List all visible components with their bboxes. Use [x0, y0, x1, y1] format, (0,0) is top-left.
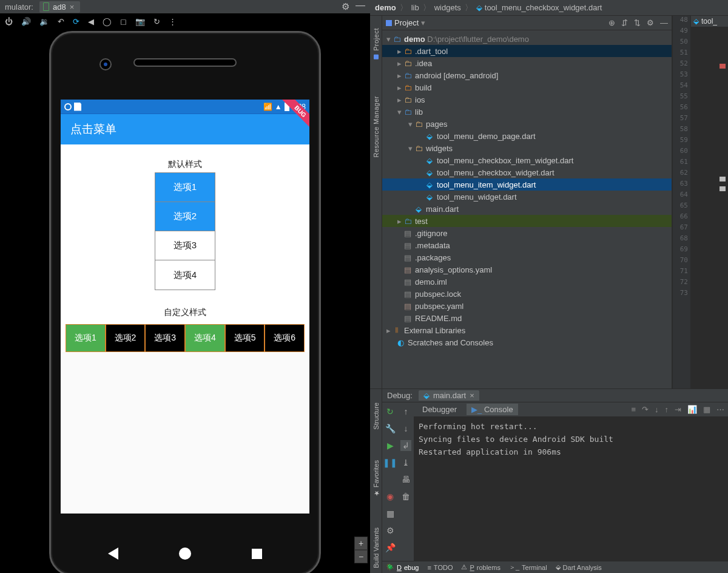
- down-arrow-icon[interactable]: ↓: [400, 423, 411, 434]
- tree-node[interactable]: ⬙tool_menu_item_widget.dart: [382, 178, 672, 191]
- more-icon[interactable]: ⋯: [716, 405, 724, 414]
- tree-node[interactable]: ⬙tool_menu_checkbox_item_widget.dart: [382, 154, 672, 166]
- vol-up-icon[interactable]: 🔊: [21, 17, 31, 26]
- tree-node[interactable]: ▤.metadata: [382, 239, 672, 251]
- camera-icon[interactable]: 📷: [135, 17, 145, 26]
- overview-button[interactable]: [252, 549, 262, 559]
- stop-button[interactable]: [385, 474, 396, 485]
- pause-button[interactable]: ❚❚: [385, 457, 396, 468]
- statusline-item[interactable]: ⚠ Problems: [461, 563, 500, 571]
- crumb-item[interactable]: lib: [411, 3, 419, 12]
- crumb-item[interactable]: demo: [375, 3, 396, 12]
- tree-node[interactable]: ▤analysis_options.yaml: [382, 263, 672, 276]
- tree-node[interactable]: ▤demo.iml: [382, 276, 672, 288]
- sidetab-build-variants[interactable]: Build Variants: [372, 527, 380, 568]
- statusline-item[interactable]: ⬙ Dart Analysis: [556, 563, 602, 571]
- back-step-icon[interactable]: ◀: [88, 17, 94, 26]
- menu-item[interactable]: 选项1: [66, 324, 106, 352]
- sidetab-favorites[interactable]: ★ Favorites: [372, 460, 380, 497]
- rotate-left-icon[interactable]: ↶: [58, 17, 64, 26]
- sidetab-resource[interactable]: Resource Manager: [372, 96, 380, 158]
- print-icon[interactable]: 🖶: [400, 474, 411, 485]
- sidetab-project[interactable]: Project: [372, 28, 380, 59]
- menu-item[interactable]: 选项1: [155, 173, 215, 202]
- pin-icon[interactable]: 📌: [385, 542, 396, 553]
- layout-icon[interactable]: ▦: [385, 508, 396, 519]
- tab-console[interactable]: ▶_ Console: [467, 404, 518, 415]
- rotate-right-icon[interactable]: ⟳: [73, 17, 79, 26]
- up-arrow-icon[interactable]: ↑: [400, 406, 411, 417]
- wrench-icon[interactable]: 🔧: [385, 423, 396, 434]
- emulator-device-tab[interactable]: ad8 ×: [39, 1, 80, 13]
- resume-button[interactable]: ▶: [385, 440, 396, 451]
- minimize-icon[interactable]: —: [356, 0, 365, 13]
- tree-node[interactable]: ▸🗀.dart_tool: [382, 45, 672, 57]
- wrap-icon[interactable]: ↲: [400, 440, 411, 451]
- editor-tab[interactable]: ⬙ tool_: [690, 16, 728, 27]
- menu-item[interactable]: 选项6: [265, 324, 305, 352]
- tree-node[interactable]: ▸🗀build: [382, 81, 672, 93]
- filter-icon[interactable]: ≡: [631, 405, 636, 414]
- close-icon[interactable]: ×: [70, 2, 75, 12]
- debug-run-tab[interactable]: ⬙ main.dart ×: [419, 390, 479, 401]
- zoom-in-button[interactable]: +: [354, 537, 368, 550]
- tree-node[interactable]: ▾🗀widgets: [382, 142, 672, 154]
- tree-node[interactable]: ▤pubspec.yaml: [382, 300, 672, 312]
- rerun-button[interactable]: ↻: [385, 406, 396, 417]
- circle-outline-icon[interactable]: ◯: [103, 17, 112, 26]
- tree-root[interactable]: ▾🗀demo D:\project\flutter_demo\demo: [382, 33, 672, 45]
- gear-icon[interactable]: ⚙: [342, 1, 349, 12]
- target-icon[interactable]: ⊕: [608, 18, 615, 27]
- power-icon[interactable]: ⏻: [5, 17, 13, 26]
- tree-node[interactable]: ▤pubspec.lock: [382, 288, 672, 300]
- tree-node[interactable]: ▸🗀android [demo_android]: [382, 69, 672, 81]
- zoom-out-button[interactable]: −: [354, 550, 368, 563]
- tree-node[interactable]: ⬙tool_menu_checkbox_widget.dart: [382, 166, 672, 178]
- external-libraries[interactable]: ▸⫴External Libraries: [382, 324, 672, 336]
- collapse-icon[interactable]: ⇵: [621, 18, 628, 27]
- clear-icon[interactable]: 🗑: [400, 491, 411, 502]
- run-to-icon[interactable]: ⇥: [675, 405, 681, 414]
- menu-item[interactable]: 选项3: [145, 324, 185, 352]
- hide-icon[interactable]: —: [660, 18, 668, 27]
- close-icon[interactable]: ×: [470, 391, 474, 400]
- tree-node[interactable]: ▸🗀.idea: [382, 57, 672, 69]
- step-into-icon[interactable]: ↓: [655, 405, 659, 414]
- breakpoints-icon[interactable]: ◉: [385, 491, 396, 502]
- more-icon[interactable]: ⋮: [169, 17, 177, 26]
- tree-node[interactable]: ▸🗀test: [382, 215, 672, 227]
- tree-node[interactable]: ⬙tool_menu_demo_page.dart: [382, 130, 672, 142]
- step-out-icon[interactable]: ↑: [665, 405, 669, 414]
- tree-node[interactable]: ⬙main.dart: [382, 203, 672, 215]
- sort-icon[interactable]: ⇅: [634, 18, 641, 27]
- square-outline-icon[interactable]: ◻: [120, 17, 127, 26]
- tree-node[interactable]: ⬙tool_menu_widget.dart: [382, 191, 672, 203]
- grid-icon[interactable]: ▦: [703, 405, 710, 414]
- tree-node[interactable]: ▤.packages: [382, 251, 672, 263]
- reload-icon[interactable]: ↻: [153, 17, 160, 26]
- sidetab-structure[interactable]: Structure: [372, 402, 380, 430]
- statusline-item[interactable]: ≡ TODO: [427, 564, 453, 571]
- statusline-item[interactable]: ＞_ Terminal: [509, 563, 547, 572]
- tab-debugger[interactable]: Debugger: [417, 404, 462, 415]
- project-tree[interactable]: ▾🗀demo D:\project\flutter_demo\demo▸🗀.da…: [382, 30, 672, 388]
- menu-item[interactable]: 选项2: [106, 324, 146, 352]
- menu-item[interactable]: 选项2: [155, 202, 215, 231]
- menu-item[interactable]: 选项3: [155, 231, 215, 260]
- menu-item[interactable]: 选项4: [185, 324, 225, 352]
- home-button[interactable]: [179, 548, 191, 560]
- scratches[interactable]: ◐Scratches and Consoles: [382, 336, 672, 348]
- statusline-item[interactable]: 🪲 Debug: [386, 563, 419, 571]
- vol-down-icon[interactable]: 🔉: [39, 17, 49, 26]
- tree-node[interactable]: ▾🗀lib: [382, 106, 672, 118]
- gear-icon[interactable]: ⚙: [385, 525, 396, 536]
- tree-node[interactable]: ▤README.md: [382, 312, 672, 324]
- menu-item[interactable]: 选项5: [225, 324, 265, 352]
- scroll-icon[interactable]: ⤓: [400, 457, 411, 468]
- tree-node[interactable]: ▤.gitignore: [382, 227, 672, 239]
- gear-icon[interactable]: ⚙: [647, 18, 654, 27]
- back-button[interactable]: [108, 548, 118, 560]
- view-selector[interactable]: Project▾: [386, 18, 425, 27]
- crumb-item[interactable]: widgets: [434, 3, 461, 12]
- tree-node[interactable]: ▾🗀pages: [382, 118, 672, 130]
